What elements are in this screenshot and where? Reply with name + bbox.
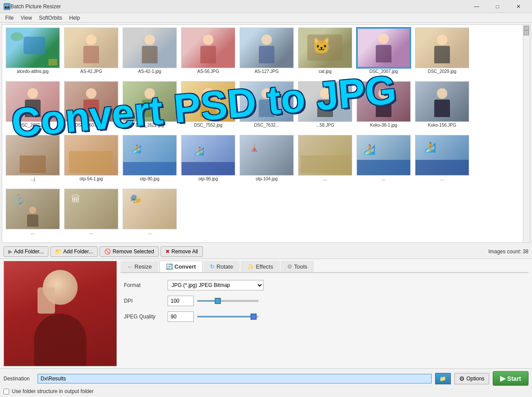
maximize-button[interactable]: □ (487, 0, 508, 13)
filename-label: ... (382, 176, 385, 181)
list-item[interactable]: Koko-156.JPG (414, 81, 470, 132)
thumbnail: 🏄 (357, 135, 411, 176)
add-button-label: Add Folder... (14, 249, 44, 255)
filename-label: alcedo-atthis.jpg (17, 69, 49, 74)
dpi-slider-thumb[interactable] (215, 298, 221, 304)
filename-label: otp-54-1.jpg (79, 176, 103, 181)
list-item[interactable]: 🏄 otp-96.jpg (180, 135, 236, 186)
menu-view[interactable]: View (17, 14, 35, 22)
menu-help[interactable]: Help (66, 14, 84, 22)
list-item[interactable]: DSC_2607.jpg (5, 81, 61, 132)
thumbnail (240, 28, 294, 68)
folder-icon: 📁 (55, 249, 62, 255)
title-text: Batch Picture Resizer (10, 3, 467, 10)
tab-convert[interactable]: 🔄 Convert (159, 261, 203, 272)
image-grid: alcedo-atthis.jpg AS-42.JPG AS-42-1.jpg … (2, 25, 530, 242)
list-item[interactable]: AS-42-1.jpg (122, 28, 178, 79)
grid-scrollbar[interactable] (523, 25, 530, 242)
add-button[interactable]: ▶ Add Folder... (3, 246, 48, 257)
list-item[interactable]: 🏄 otp-90.jpg (122, 135, 178, 186)
list-item[interactable]: ⚓ ... (5, 189, 61, 240)
remove-all-label: Remove All (172, 249, 198, 255)
right-panel: ↔ Resize 🔄 Convert ↻ Rotate ✨ Effects ⚙ (120, 261, 529, 366)
thumbnail (298, 81, 352, 122)
convert-controls: Format JPG (*.jpg) JPEG Bitmap PNG (*.pn… (120, 276, 529, 331)
browse-icon: 📁 (439, 376, 446, 382)
thumbnail (181, 28, 235, 68)
thumbnail: 🎭 (123, 189, 177, 229)
jpeg-quality-input-group (168, 311, 525, 322)
start-button[interactable]: ▶ Start (493, 371, 529, 386)
browse-button[interactable]: 📁 (435, 373, 451, 384)
list-item[interactable]: AS-42.JPG (63, 28, 119, 79)
tab-convert-label: Convert (175, 263, 196, 270)
options-button[interactable]: ⚙ Options (454, 373, 489, 384)
list-item[interactable]: DSC_7632... (239, 81, 295, 132)
list-item[interactable]: AS-56.JPG (180, 28, 236, 79)
menu-file[interactable]: File (2, 14, 17, 22)
destination-row: Destination 📁 ⚙ Options ▶ Start (3, 371, 529, 386)
format-select[interactable]: JPG (*.jpg) JPEG Bitmap PNG (*.png) Port… (168, 280, 264, 290)
tab-effects-label: Effects (256, 263, 273, 270)
thumbnail: 🗼 (240, 135, 294, 176)
thumbnail (357, 28, 411, 68)
list-item[interactable]: ... (297, 135, 353, 186)
list-item[interactable]: DSC_7552.jpg (180, 81, 236, 132)
menu-softorbits[interactable]: SoftOrbits (35, 14, 65, 22)
effects-icon: ✨ (247, 263, 254, 270)
thumbnail (240, 81, 294, 122)
filename-label: ... (89, 230, 93, 235)
quality-slider-thumb[interactable] (251, 314, 257, 320)
remove-selected-icon: 🚫 (104, 249, 111, 255)
format-input-group: JPG (*.jpg) JPEG Bitmap PNG (*.png) Port… (168, 280, 525, 290)
list-item[interactable]: 🗼 otp-104.jpg (239, 135, 295, 186)
tab-resize-label: Resize (134, 263, 152, 270)
thumbnail (357, 81, 411, 122)
remove-all-button[interactable]: ✖ Remove All (161, 246, 203, 257)
remove-all-icon: ✖ (165, 249, 170, 255)
list-item[interactable]: DSC_2007.jpg (356, 28, 412, 79)
list-item[interactable]: 🏛 ... (63, 189, 119, 240)
dpi-slider-track[interactable] (197, 300, 258, 302)
list-item[interactable]: 🏄 ... (356, 135, 412, 186)
thumbnail (6, 28, 60, 68)
list-item[interactable]: otp-54-1.jpg (63, 135, 119, 186)
scroll-down-btn[interactable] (524, 30, 529, 35)
quality-slider-track[interactable] (197, 316, 258, 318)
menubar: File View SoftOrbits Help (0, 13, 532, 23)
thumbnail (6, 135, 60, 176)
minimize-button[interactable]: — (467, 0, 487, 13)
thumbnail (6, 81, 60, 122)
tab-tools[interactable]: ⚙ Tools (281, 261, 314, 272)
tab-resize[interactable]: ↔ Resize (120, 261, 158, 272)
tab-effects[interactable]: ✨ Effects (240, 261, 280, 272)
list-item[interactable]: Koko-38-1.jpg (356, 81, 412, 132)
thumbnail (64, 28, 118, 68)
destination-label: Destination (3, 376, 34, 382)
folder-structure-checkbox[interactable] (3, 389, 9, 394)
list-item[interactable]: AS-127.JPG (239, 28, 295, 79)
destination-input[interactable] (38, 374, 432, 383)
thumbnail: 🐱 (298, 28, 352, 68)
thumbnail (64, 81, 118, 122)
close-button[interactable]: ✕ (508, 0, 529, 13)
list-item[interactable]: DSC_2622.jpg (122, 81, 178, 132)
list-item[interactable]: alcedo-atthis.jpg (5, 28, 61, 79)
dpi-input[interactable] (168, 296, 194, 306)
dpi-row: DPI (124, 296, 525, 306)
list-item[interactable]: ...58.JPG (297, 81, 353, 132)
filename-label: DSC_2007.jpg (369, 69, 398, 74)
tab-rotate[interactable]: ↻ Rotate (203, 261, 240, 272)
list-item[interactable]: DSC_2029.jpg (414, 28, 470, 79)
list-item[interactable]: 🎭 ... (122, 189, 178, 240)
remove-selected-button[interactable]: 🚫 Remove Selected (100, 246, 159, 257)
jpeg-quality-input[interactable] (168, 311, 194, 322)
list-item[interactable]: 🐱 cat.jpg (297, 28, 353, 79)
filename-label: ... (323, 176, 327, 181)
toolbar: ▶ Add Folder... 📁 Add Folder... 🚫 Remove… (0, 245, 532, 259)
filename-label: cat.jpg (319, 69, 331, 74)
add-folder-button[interactable]: 📁 Add Folder... (50, 246, 98, 257)
list-item[interactable]: DSC_2607-1.jpg (63, 81, 119, 132)
list-item[interactable]: 🏄 ... (414, 135, 470, 186)
list-item[interactable]: ...j (5, 135, 61, 186)
